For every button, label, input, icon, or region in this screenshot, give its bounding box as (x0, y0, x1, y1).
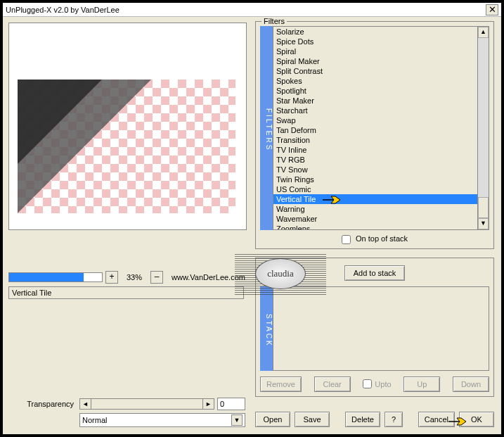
filters-scrollbar[interactable]: ▲ ▼ (477, 27, 489, 229)
zoom-value: 33% (121, 273, 148, 281)
delete-button[interactable]: Delete (345, 412, 380, 427)
filter-item[interactable]: TV RGB (273, 155, 477, 165)
transparency-label: Transparency (10, 400, 77, 408)
help-button[interactable]: ? (385, 412, 403, 427)
filter-item[interactable]: Solarize (273, 27, 477, 37)
zoom-out-button[interactable]: – (150, 271, 163, 284)
filter-item[interactable]: Spokes (273, 76, 477, 86)
filters-listbox[interactable]: SolarizeSpice DotsSpiralSpiral MakerSpli… (273, 26, 489, 230)
cancel-button[interactable]: Cancel (418, 412, 455, 427)
stack-listbox[interactable] (273, 286, 489, 371)
filter-item[interactable]: TV Inline (273, 145, 477, 155)
blend-mode-value: Normal (82, 416, 107, 424)
ok-button[interactable]: OK (459, 412, 494, 427)
filter-item[interactable]: Star Maker (273, 96, 477, 106)
filter-item[interactable]: Swap (273, 115, 477, 125)
filter-item[interactable]: Transition (273, 135, 477, 145)
filter-item[interactable]: Vertical Tile (273, 194, 477, 204)
scroll-down-arrow[interactable]: ▼ (478, 218, 489, 229)
filter-item[interactable]: US Comic (273, 184, 477, 194)
on-top-checkbox[interactable] (342, 235, 351, 244)
filter-item[interactable]: Wavemaker (273, 214, 477, 224)
upto-label: Upto (375, 380, 391, 388)
filter-item[interactable]: Starchart (273, 106, 477, 115)
upto-checkbox[interactable] (363, 379, 372, 388)
filter-item[interactable]: Tan Deform (273, 125, 477, 135)
slider-right-arrow[interactable]: ► (202, 399, 214, 409)
window-title: UnPlugged-X v2.0 by VanDerLee (6, 6, 486, 14)
zoom-slider[interactable] (8, 272, 103, 282)
preview-image (18, 80, 235, 213)
open-button[interactable]: Open (255, 412, 290, 427)
filters-tab[interactable]: FILTERS (260, 26, 273, 230)
filter-item[interactable]: Spiral Maker (273, 56, 477, 66)
website-link[interactable]: www.VanDerLee.com (172, 273, 245, 281)
filter-item[interactable]: Spiral (273, 46, 477, 56)
zoom-in-button[interactable]: + (105, 271, 118, 284)
scroll-up-arrow[interactable]: ▲ (478, 27, 489, 38)
transparency-slider[interactable]: ◄ ► (79, 398, 214, 410)
filter-item[interactable]: TV Snow (273, 165, 477, 175)
stack-tab[interactable]: STACK (260, 286, 273, 371)
up-button[interactable]: Up (403, 376, 440, 392)
filter-item[interactable]: Spotlight (273, 86, 477, 96)
filter-item[interactable]: Split Contrast (273, 66, 477, 76)
clear-button[interactable]: Clear (314, 376, 351, 392)
add-to-stack-button[interactable]: Add to stack (344, 265, 406, 281)
transparency-input[interactable] (217, 398, 245, 410)
selected-filter-label: Vertical Tile (8, 286, 244, 299)
filter-item[interactable]: Warning (273, 204, 477, 214)
chevron-down-icon[interactable]: ▼ (231, 414, 243, 426)
scrollbar-thumb[interactable] (478, 197, 489, 218)
filter-item[interactable]: Zoomlens (273, 224, 477, 229)
remove-button[interactable]: Remove (260, 376, 302, 392)
down-button[interactable]: Down (453, 376, 489, 392)
save-button[interactable]: Save (295, 412, 330, 427)
preview-box (8, 23, 247, 230)
on-top-label: On top of stack (356, 234, 408, 243)
slider-left-arrow[interactable]: ◄ (80, 399, 91, 409)
close-button[interactable]: ✕ (486, 4, 498, 15)
blend-mode-select[interactable]: Normal ▼ (79, 413, 245, 427)
filter-item[interactable]: Twin Rings (273, 175, 477, 184)
filters-legend: Filters (261, 17, 287, 25)
filter-item[interactable]: Spice Dots (273, 37, 477, 46)
